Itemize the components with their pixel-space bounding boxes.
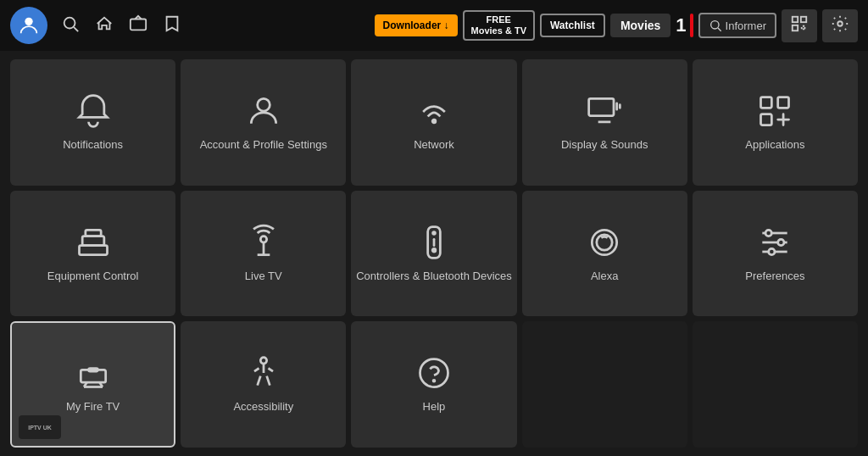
svg-point-4 (710, 21, 718, 29)
network-label: Network (414, 138, 454, 153)
grid-item-help[interactable]: Help (351, 321, 516, 448)
grid-item-controllers[interactable]: Controllers & Bluetooth Devices (351, 191, 516, 317)
grid-item-myfiretv[interactable]: My Fire TV IPTV UK (10, 321, 175, 448)
svg-point-31 (765, 230, 771, 236)
svg-point-40 (420, 359, 448, 387)
free-movies-button[interactable]: FREEMovies & TV (463, 10, 535, 41)
help-icon (415, 354, 453, 392)
myfiretv-label: My Fire TV (66, 400, 120, 414)
display-label: Display & Sounds (561, 138, 648, 153)
downloader-button[interactable]: Downloader ↓ (375, 14, 458, 36)
monitor-sound-icon (586, 92, 623, 130)
firetv-icon (75, 354, 112, 392)
alexa-icon (586, 224, 623, 261)
grid-item-network[interactable]: Network (351, 59, 516, 186)
grid-item-livetv[interactable]: Live TV (181, 191, 346, 317)
svg-rect-8 (793, 25, 798, 30)
svg-point-19 (260, 236, 266, 242)
accessibility-icon (245, 354, 282, 392)
apps-icon (756, 92, 793, 130)
notifications-label: Notifications (63, 138, 123, 153)
svg-point-39 (260, 358, 266, 364)
svg-point-1 (64, 17, 75, 28)
bookmark-icon[interactable] (163, 14, 181, 37)
movies-button[interactable]: Movies (610, 14, 670, 37)
svg-line-2 (74, 27, 78, 31)
grid-item-preferences[interactable]: Preferences (693, 191, 858, 317)
grid-item-alexa[interactable]: Alexa (522, 191, 687, 317)
grid-item-empty-2 (693, 321, 858, 448)
grid-item-notifications[interactable]: Notifications (10, 59, 175, 186)
netflix-bar (690, 14, 693, 37)
settings-button[interactable] (822, 9, 858, 42)
svg-rect-16 (79, 245, 107, 254)
svg-rect-3 (131, 19, 146, 30)
search-icon[interactable] (61, 14, 80, 37)
svg-point-41 (433, 380, 435, 381)
svg-rect-17 (82, 236, 104, 245)
settings-grid: Notifications Account & Profile Settings… (0, 51, 868, 456)
svg-point-32 (778, 239, 784, 245)
svg-point-0 (25, 18, 32, 25)
person-icon (245, 92, 282, 130)
home-icon[interactable] (95, 14, 114, 37)
grid-item-applications[interactable]: Applications (693, 59, 858, 186)
bell-icon (75, 92, 112, 130)
netflix-badge: 1 (676, 14, 693, 37)
top-navigation-bar: Downloader ↓ FREEMovies & TV Watchlist M… (0, 0, 868, 51)
top-bar-right-buttons: Downloader ↓ FREEMovies & TV Watchlist M… (375, 9, 858, 42)
watchlist-button[interactable]: Watchlist (540, 14, 605, 37)
grid-item-display[interactable]: Display & Sounds (522, 59, 687, 186)
svg-rect-13 (761, 97, 772, 108)
grid-item-equipment[interactable]: Equipment Control (10, 191, 175, 317)
svg-rect-12 (589, 98, 614, 115)
equipment-label: Equipment Control (47, 270, 139, 284)
svg-rect-18 (85, 230, 100, 236)
antenna-icon (245, 224, 282, 261)
alexa-label: Alexa (591, 270, 619, 284)
svg-point-11 (432, 120, 436, 123)
equipment-icon (75, 224, 112, 261)
svg-point-33 (769, 248, 775, 254)
svg-line-5 (718, 28, 721, 31)
applications-label: Applications (745, 138, 804, 153)
grid-item-accessibility[interactable]: Accessibility (181, 321, 346, 448)
wifi-icon (415, 92, 453, 130)
iptv-logo: IPTV UK (19, 415, 61, 439)
nav-icon-group (61, 14, 181, 37)
tv-icon[interactable] (129, 14, 147, 37)
help-label: Help (423, 400, 446, 414)
svg-rect-6 (793, 16, 798, 21)
svg-point-9 (837, 21, 843, 26)
grid-item-empty-1 (522, 321, 687, 448)
grid-view-button[interactable] (782, 9, 817, 42)
svg-point-10 (257, 98, 270, 111)
user-avatar[interactable] (10, 7, 47, 44)
accessibility-label: Accessibility (233, 400, 293, 414)
svg-rect-7 (801, 16, 806, 21)
remote-icon (415, 224, 453, 261)
grid-item-account[interactable]: Account & Profile Settings (181, 59, 346, 186)
svg-point-25 (432, 248, 436, 252)
svg-rect-14 (778, 97, 789, 108)
informer-button[interactable]: Informer (698, 13, 776, 38)
account-label: Account & Profile Settings (200, 138, 327, 153)
svg-rect-15 (761, 114, 772, 125)
controllers-label: Controllers & Bluetooth Devices (356, 270, 512, 284)
sliders-icon (756, 224, 793, 261)
livetv-label: Live TV (245, 270, 282, 284)
preferences-label: Preferences (745, 270, 804, 284)
